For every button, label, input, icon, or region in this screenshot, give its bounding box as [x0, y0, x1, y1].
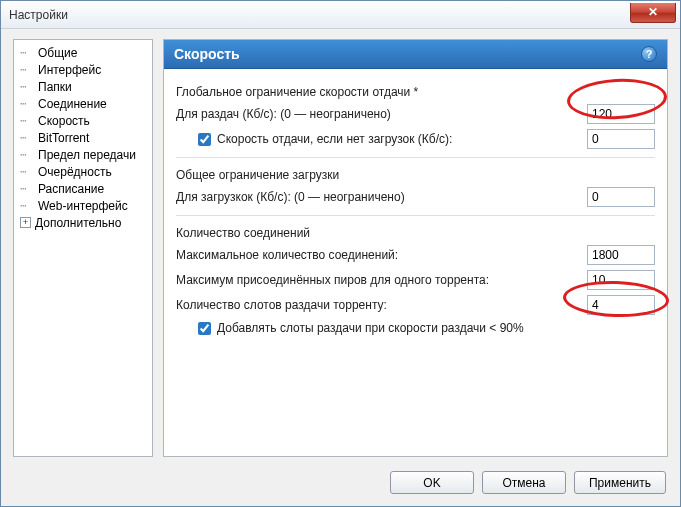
- download-rate-input[interactable]: [587, 187, 655, 207]
- main-panel: Скорость ? Глобальное ограничение скорос…: [163, 39, 668, 457]
- add-slots-label: Добавлять слоты раздачи при скорости раз…: [217, 321, 524, 335]
- alt-upload-input[interactable]: [587, 129, 655, 149]
- upload-slots-input[interactable]: [587, 295, 655, 315]
- section-title: Скорость: [174, 46, 240, 62]
- settings-window: Настройки ✕ ⋯Общие ⋯Интерфейс ⋯Папки ⋯Со…: [0, 0, 681, 507]
- nav-tree: ⋯Общие ⋯Интерфейс ⋯Папки ⋯Соединение ⋯Ск…: [13, 39, 153, 457]
- titlebar: Настройки ✕: [1, 1, 680, 29]
- sidebar-item[interactable]: ⋯Папки: [16, 78, 150, 95]
- max-conn-input[interactable]: [587, 245, 655, 265]
- plus-icon[interactable]: +: [20, 217, 31, 228]
- sidebar-item-advanced[interactable]: + Дополнительно: [16, 214, 150, 231]
- help-icon[interactable]: ?: [641, 46, 657, 62]
- download-group-title: Общее ограничение загрузки: [176, 168, 655, 182]
- alt-upload-checkbox[interactable]: [198, 133, 211, 146]
- sidebar-item[interactable]: ⋯Соединение: [16, 95, 150, 112]
- close-button[interactable]: ✕: [630, 3, 676, 23]
- alt-upload-label: Скорость отдачи, если нет загрузок (Кб/с…: [217, 132, 452, 146]
- section-header: Скорость ?: [164, 40, 667, 69]
- close-icon: ✕: [648, 5, 658, 19]
- cancel-button[interactable]: Отмена: [482, 471, 566, 494]
- max-peers-label: Максимум присоединённых пиров для одного…: [176, 273, 577, 287]
- download-rate-label: Для загрузкок (Кб/с): (0 — неограничено): [176, 190, 577, 204]
- sidebar-item[interactable]: ⋯Предел передачи: [16, 146, 150, 163]
- conn-group-title: Количество соединений: [176, 226, 655, 240]
- content-area: ⋯Общие ⋯Интерфейс ⋯Папки ⋯Соединение ⋯Ск…: [1, 29, 680, 506]
- window-title: Настройки: [9, 8, 68, 22]
- sidebar-item[interactable]: ⋯Очерёдность: [16, 163, 150, 180]
- sidebar-item[interactable]: ⋯Общие: [16, 44, 150, 61]
- sidebar-item[interactable]: ⋯Интерфейс: [16, 61, 150, 78]
- sidebar-item-speed[interactable]: ⋯Скорость: [16, 112, 150, 129]
- upload-rate-label: Для раздач (Кб/с): (0 — неограничено): [176, 107, 577, 121]
- upload-rate-input[interactable]: [587, 104, 655, 124]
- ok-button[interactable]: OK: [390, 471, 474, 494]
- add-slots-checkbox[interactable]: [198, 322, 211, 335]
- dialog-buttons: OK Отмена Применить: [390, 471, 666, 494]
- sidebar-item[interactable]: ⋯BitTorrent: [16, 129, 150, 146]
- apply-button[interactable]: Применить: [574, 471, 666, 494]
- max-conn-label: Максимальное количество соединений:: [176, 248, 577, 262]
- upload-group-title: Глобальное ограничение скорости отдачи *: [176, 85, 655, 99]
- upload-slots-label: Количество слотов раздачи торренту:: [176, 298, 577, 312]
- sidebar-item[interactable]: ⋯Расписание: [16, 180, 150, 197]
- sidebar-item[interactable]: ⋯Web-интерфейс: [16, 197, 150, 214]
- max-peers-input[interactable]: [587, 270, 655, 290]
